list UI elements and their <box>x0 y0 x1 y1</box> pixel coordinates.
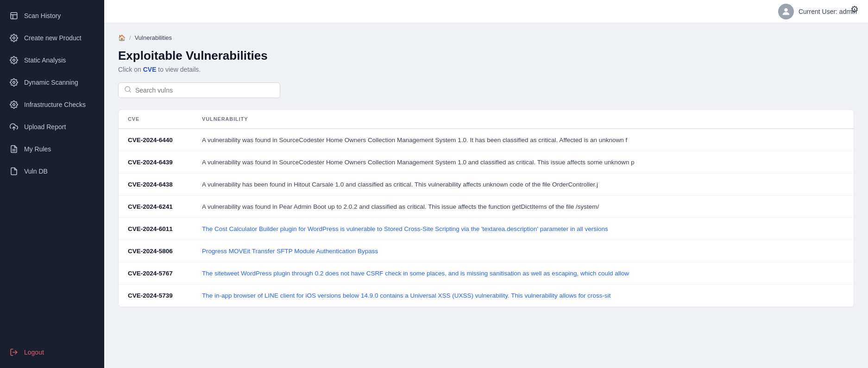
table-row[interactable]: CVE-2024-6440 A vulnerability was found … <box>119 129 854 151</box>
my-rules-icon <box>9 144 19 154</box>
logout-icon <box>9 348 19 357</box>
cve-cell: CVE-2024-6011 <box>119 218 193 240</box>
vuln-link[interactable]: The in-app browser of LINE client for iO… <box>202 292 611 299</box>
static-analysis-icon <box>9 56 19 65</box>
sidebar-item-label: Static Analysis <box>24 56 66 64</box>
settings-icon[interactable]: ⚙ <box>850 4 859 15</box>
vulnerability-cell: The in-app browser of LINE client for iO… <box>193 285 854 307</box>
svg-rect-0 <box>11 12 17 19</box>
vulnerability-cell: The Cost Calculator Builder plugin for W… <box>193 218 854 240</box>
page-title: Exploitable Vulnerabilities <box>118 49 854 63</box>
vuln-text: A vulnerability was found in SourceCodes… <box>202 159 635 166</box>
table-row[interactable]: CVE-2024-6439 A vulnerability was found … <box>119 151 854 174</box>
col-header-vulnerability: Vulnerability <box>193 110 854 129</box>
sidebar-item-label: Vuln DB <box>24 168 48 175</box>
sidebar-item-label: My Rules <box>24 145 51 153</box>
sidebar-item-label: Upload Report <box>24 123 66 131</box>
cve-cell: CVE-2024-6438 <box>119 174 193 196</box>
table-row[interactable]: CVE-2024-6241 A vulnerability was found … <box>119 196 854 218</box>
col-header-cve: CVE <box>119 110 193 129</box>
dynamic-scanning-icon <box>9 78 19 87</box>
vuln-table-container: CVE Vulnerability CVE-2024-6440 A vulner… <box>118 109 854 307</box>
sidebar-item-upload-report[interactable]: Upload Report <box>0 116 104 138</box>
vulnerability-cell: A vulnerability was found in SourceCodes… <box>193 129 854 151</box>
vuln-table: CVE Vulnerability CVE-2024-6440 A vulner… <box>119 110 854 307</box>
create-product-icon <box>9 33 19 43</box>
search-icon <box>124 86 132 95</box>
subtitle-prefix: Click on <box>118 66 143 73</box>
sidebar-item-label: Create new Product <box>24 34 82 42</box>
cve-cell: CVE-2024-5739 <box>119 285 193 307</box>
vuln-db-icon <box>9 167 19 176</box>
sidebar: Scan History Create new Product Static A… <box>0 0 104 368</box>
breadcrumb-separator: / <box>129 34 131 41</box>
avatar <box>778 4 794 19</box>
svg-point-6 <box>13 104 15 106</box>
content-area: 🏠 / Vulnerabilities Exploitable Vulnerab… <box>104 23 868 368</box>
svg-point-5 <box>13 81 15 84</box>
sidebar-item-scan-history[interactable]: Scan History <box>0 5 104 27</box>
breadcrumb: 🏠 / Vulnerabilities <box>118 34 854 41</box>
sidebar-item-create-product[interactable]: Create new Product <box>0 27 104 49</box>
cve-cell: CVE-2024-6440 <box>119 129 193 151</box>
search-input[interactable] <box>135 87 274 94</box>
table-row[interactable]: CVE-2024-5739 The in-app browser of LINE… <box>119 285 854 307</box>
page-subtitle: Click on CVE to view details. <box>118 66 854 73</box>
svg-point-3 <box>13 37 15 39</box>
table-header-row: CVE Vulnerability <box>119 110 854 129</box>
sidebar-item-label: Dynamic Scanning <box>24 79 78 86</box>
subtitle-suffix: to view details. <box>156 66 201 73</box>
top-header: Current User: admin <box>104 0 868 23</box>
svg-point-4 <box>13 59 15 62</box>
sidebar-item-label: Infrastructure Checks <box>24 101 86 108</box>
vuln-link[interactable]: The Cost Calculator Builder plugin for W… <box>202 225 608 232</box>
infrastructure-checks-icon <box>9 100 19 109</box>
vulnerability-cell: The sitetweet WordPress plugin through 0… <box>193 262 854 285</box>
cve-cell: CVE-2024-6241 <box>119 196 193 218</box>
svg-line-13 <box>129 91 131 92</box>
vulnerability-cell: Progress MOVEit Transfer SFTP Module Aut… <box>193 240 854 262</box>
cve-cell: CVE-2024-5806 <box>119 240 193 262</box>
vuln-link[interactable]: The sitetweet WordPress plugin through 0… <box>202 270 629 277</box>
breadcrumb-current: Vulnerabilities <box>135 34 172 41</box>
vulnerability-cell: A vulnerability was found in SourceCodes… <box>193 151 854 174</box>
sidebar-item-my-rules[interactable]: My Rules <box>0 138 104 160</box>
user-info: Current User: admin <box>778 4 857 19</box>
vulnerability-cell: A vulnerability was found in Pear Admin … <box>193 196 854 218</box>
logout-label: Logout <box>24 349 44 356</box>
main-content: Current User: admin ⚙ 🏠 / Vulnerabilitie… <box>104 0 868 368</box>
svg-point-11 <box>784 8 787 11</box>
table-row[interactable]: CVE-2024-5767 The sitetweet WordPress pl… <box>119 262 854 285</box>
vuln-text: A vulnerability has been found in Hitout… <box>202 181 598 188</box>
sidebar-item-static-analysis[interactable]: Static Analysis <box>0 49 104 71</box>
vuln-link[interactable]: Progress MOVEit Transfer SFTP Module Aut… <box>202 248 378 255</box>
table-row[interactable]: CVE-2024-6011 The Cost Calculator Builde… <box>119 218 854 240</box>
home-icon[interactable]: 🏠 <box>118 34 126 41</box>
cve-cell: CVE-2024-6439 <box>119 151 193 174</box>
vulnerability-cell: A vulnerability has been found in Hitout… <box>193 174 854 196</box>
vuln-text: A vulnerability was found in SourceCodes… <box>202 137 627 143</box>
current-user-label: Current User: admin <box>799 8 857 15</box>
sidebar-item-vuln-db[interactable]: Vuln DB <box>0 160 104 182</box>
subtitle-link[interactable]: CVE <box>143 66 157 73</box>
scan-history-icon <box>9 11 19 20</box>
search-bar <box>118 82 280 98</box>
sidebar-item-infrastructure-checks[interactable]: Infrastructure Checks <box>0 94 104 116</box>
vuln-text: A vulnerability was found in Pear Admin … <box>202 203 599 210</box>
table-row[interactable]: CVE-2024-6438 A vulnerability has been f… <box>119 174 854 196</box>
logout-button[interactable]: Logout <box>0 341 104 363</box>
upload-report-icon <box>9 122 19 131</box>
sidebar-item-label: Scan History <box>24 12 61 19</box>
cve-cell: CVE-2024-5767 <box>119 262 193 285</box>
sidebar-item-dynamic-scanning[interactable]: Dynamic Scanning <box>0 71 104 94</box>
table-row[interactable]: CVE-2024-5806 Progress MOVEit Transfer S… <box>119 240 854 262</box>
